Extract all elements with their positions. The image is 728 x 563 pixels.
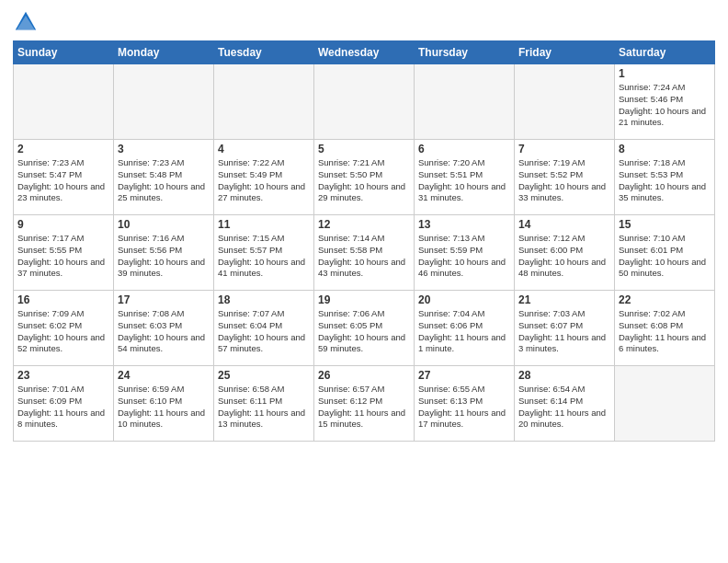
day-info: Sunrise: 7:03 AM Sunset: 6:07 PM Dayligh… — [518, 308, 610, 355]
day-info: Sunrise: 7:02 AM Sunset: 6:08 PM Dayligh… — [619, 308, 711, 355]
day-info: Sunrise: 7:17 AM Sunset: 5:55 PM Dayligh… — [17, 233, 109, 280]
calendar-cell: 20Sunrise: 7:04 AM Sunset: 6:06 PM Dayli… — [415, 291, 515, 366]
day-number: 12 — [318, 218, 410, 231]
logo — [13, 9, 42, 35]
calendar-cell — [14, 64, 114, 140]
day-info: Sunrise: 7:18 AM Sunset: 5:53 PM Dayligh… — [619, 157, 711, 204]
header — [13, 9, 715, 35]
day-number: 23 — [17, 369, 109, 382]
day-info: Sunrise: 6:55 AM Sunset: 6:13 PM Dayligh… — [418, 384, 510, 431]
weekday-thursday: Thursday — [415, 41, 515, 64]
day-number: 1 — [619, 67, 711, 80]
day-info: Sunrise: 6:54 AM Sunset: 6:14 PM Dayligh… — [518, 384, 610, 431]
day-number: 6 — [418, 143, 510, 155]
calendar-cell: 28Sunrise: 6:54 AM Sunset: 6:14 PM Dayli… — [515, 366, 615, 442]
day-number: 2 — [17, 143, 109, 155]
week-row-3: 16Sunrise: 7:09 AM Sunset: 6:02 PM Dayli… — [14, 291, 715, 366]
calendar-cell: 9Sunrise: 7:17 AM Sunset: 5:55 PM Daylig… — [14, 215, 114, 291]
day-info: Sunrise: 7:06 AM Sunset: 6:05 PM Dayligh… — [318, 308, 410, 355]
calendar: SundayMondayTuesdayWednesdayThursdayFrid… — [13, 40, 715, 442]
day-number: 16 — [17, 293, 109, 306]
day-number: 3 — [118, 143, 210, 155]
calendar-cell: 7Sunrise: 7:19 AM Sunset: 5:52 PM Daylig… — [515, 140, 615, 215]
week-row-1: 2Sunrise: 7:23 AM Sunset: 5:47 PM Daylig… — [14, 140, 715, 215]
calendar-cell — [114, 64, 214, 140]
calendar-cell: 27Sunrise: 6:55 AM Sunset: 6:13 PM Dayli… — [415, 366, 515, 442]
day-number: 28 — [518, 369, 610, 382]
day-info: Sunrise: 6:59 AM Sunset: 6:10 PM Dayligh… — [118, 384, 210, 431]
calendar-cell: 2Sunrise: 7:23 AM Sunset: 5:47 PM Daylig… — [14, 140, 114, 215]
day-info: Sunrise: 7:24 AM Sunset: 5:46 PM Dayligh… — [619, 82, 711, 129]
day-info: Sunrise: 7:13 AM Sunset: 5:59 PM Dayligh… — [418, 233, 510, 280]
day-number: 5 — [318, 143, 410, 155]
calendar-cell — [314, 64, 415, 140]
day-info: Sunrise: 7:22 AM Sunset: 5:49 PM Dayligh… — [218, 157, 310, 204]
day-info: Sunrise: 7:23 AM Sunset: 5:47 PM Dayligh… — [17, 157, 109, 204]
calendar-cell: 16Sunrise: 7:09 AM Sunset: 6:02 PM Dayli… — [14, 291, 114, 366]
day-number: 25 — [218, 369, 310, 382]
day-number: 19 — [318, 293, 410, 306]
day-info: Sunrise: 7:10 AM Sunset: 6:01 PM Dayligh… — [619, 233, 711, 280]
day-number: 4 — [218, 143, 310, 155]
day-number: 21 — [518, 293, 610, 306]
day-number: 11 — [218, 218, 310, 231]
logo-icon — [13, 9, 39, 35]
weekday-sunday: Sunday — [14, 41, 114, 64]
weekday-saturday: Saturday — [615, 41, 715, 64]
calendar-cell: 21Sunrise: 7:03 AM Sunset: 6:07 PM Dayli… — [515, 291, 615, 366]
day-info: Sunrise: 7:19 AM Sunset: 5:52 PM Dayligh… — [518, 157, 610, 204]
page: SundayMondayTuesdayWednesdayThursdayFrid… — [0, 0, 728, 563]
weekday-wednesday: Wednesday — [314, 41, 415, 64]
day-number: 26 — [318, 369, 410, 382]
day-number: 27 — [418, 369, 510, 382]
day-number: 24 — [118, 369, 210, 382]
svg-marker-1 — [17, 16, 35, 29]
calendar-cell: 12Sunrise: 7:14 AM Sunset: 5:58 PM Dayli… — [314, 215, 415, 291]
calendar-cell: 6Sunrise: 7:20 AM Sunset: 5:51 PM Daylig… — [415, 140, 515, 215]
calendar-cell: 8Sunrise: 7:18 AM Sunset: 5:53 PM Daylig… — [615, 140, 715, 215]
day-info: Sunrise: 7:20 AM Sunset: 5:51 PM Dayligh… — [418, 157, 510, 204]
day-number: 14 — [518, 218, 610, 231]
calendar-cell: 22Sunrise: 7:02 AM Sunset: 6:08 PM Dayli… — [615, 291, 715, 366]
calendar-cell: 10Sunrise: 7:16 AM Sunset: 5:56 PM Dayli… — [114, 215, 214, 291]
calendar-cell: 4Sunrise: 7:22 AM Sunset: 5:49 PM Daylig… — [214, 140, 314, 215]
day-number: 20 — [418, 293, 510, 306]
day-info: Sunrise: 7:12 AM Sunset: 6:00 PM Dayligh… — [518, 233, 610, 280]
day-info: Sunrise: 7:01 AM Sunset: 6:09 PM Dayligh… — [17, 384, 109, 431]
calendar-cell: 19Sunrise: 7:06 AM Sunset: 6:05 PM Dayli… — [314, 291, 415, 366]
calendar-cell: 18Sunrise: 7:07 AM Sunset: 6:04 PM Dayli… — [214, 291, 314, 366]
week-row-0: 1Sunrise: 7:24 AM Sunset: 5:46 PM Daylig… — [14, 64, 715, 140]
week-row-2: 9Sunrise: 7:17 AM Sunset: 5:55 PM Daylig… — [14, 215, 715, 291]
day-info: Sunrise: 7:07 AM Sunset: 6:04 PM Dayligh… — [218, 308, 310, 355]
day-number: 8 — [619, 143, 711, 155]
calendar-cell — [515, 64, 615, 140]
day-number: 22 — [619, 293, 711, 306]
day-number: 17 — [118, 293, 210, 306]
day-info: Sunrise: 7:16 AM Sunset: 5:56 PM Dayligh… — [118, 233, 210, 280]
day-info: Sunrise: 7:04 AM Sunset: 6:06 PM Dayligh… — [418, 308, 510, 355]
calendar-cell: 15Sunrise: 7:10 AM Sunset: 6:01 PM Dayli… — [615, 215, 715, 291]
day-number: 18 — [218, 293, 310, 306]
day-info: Sunrise: 6:57 AM Sunset: 6:12 PM Dayligh… — [318, 384, 410, 431]
calendar-cell: 25Sunrise: 6:58 AM Sunset: 6:11 PM Dayli… — [214, 366, 314, 442]
calendar-cell: 11Sunrise: 7:15 AM Sunset: 5:57 PM Dayli… — [214, 215, 314, 291]
week-row-4: 23Sunrise: 7:01 AM Sunset: 6:09 PM Dayli… — [14, 366, 715, 442]
calendar-cell: 5Sunrise: 7:21 AM Sunset: 5:50 PM Daylig… — [314, 140, 415, 215]
calendar-cell: 14Sunrise: 7:12 AM Sunset: 6:00 PM Dayli… — [515, 215, 615, 291]
day-info: Sunrise: 7:08 AM Sunset: 6:03 PM Dayligh… — [118, 308, 210, 355]
day-number: 7 — [518, 143, 610, 155]
day-info: Sunrise: 7:09 AM Sunset: 6:02 PM Dayligh… — [17, 308, 109, 355]
day-number: 9 — [17, 218, 109, 231]
calendar-cell — [415, 64, 515, 140]
day-info: Sunrise: 7:15 AM Sunset: 5:57 PM Dayligh… — [218, 233, 310, 280]
day-number: 13 — [418, 218, 510, 231]
calendar-cell: 24Sunrise: 6:59 AM Sunset: 6:10 PM Dayli… — [114, 366, 214, 442]
day-info: Sunrise: 7:23 AM Sunset: 5:48 PM Dayligh… — [118, 157, 210, 204]
calendar-header: SundayMondayTuesdayWednesdayThursdayFrid… — [14, 41, 715, 64]
calendar-cell — [615, 366, 715, 442]
calendar-cell — [214, 64, 314, 140]
weekday-friday: Friday — [515, 41, 615, 64]
weekday-monday: Monday — [114, 41, 214, 64]
weekday-row: SundayMondayTuesdayWednesdayThursdayFrid… — [14, 41, 715, 64]
calendar-cell: 3Sunrise: 7:23 AM Sunset: 5:48 PM Daylig… — [114, 140, 214, 215]
